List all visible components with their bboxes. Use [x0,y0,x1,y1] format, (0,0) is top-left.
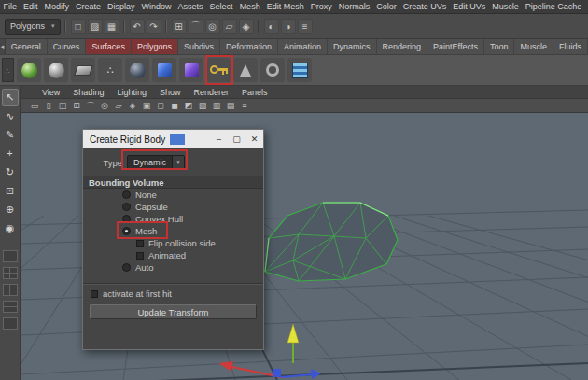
mesh-object[interactable] [265,203,398,281]
shaded-icon[interactable]: ◻ [154,100,167,111]
radio-capsule[interactable]: Capsule [83,201,263,213]
frame-all-icon[interactable]: ◈ [126,100,139,111]
shelf-tab-general[interactable]: General [6,39,48,54]
lights-icon[interactable]: ◩ [182,100,195,111]
menu-create[interactable]: Create [73,2,105,11]
shelf-tab-painteffects[interactable]: PaintEffects [427,39,484,54]
textured-icon[interactable]: ◼ [168,100,181,111]
shelf-tab-deformation[interactable]: Deformation [220,39,278,54]
safe-title-icon[interactable]: ▱ [112,100,125,111]
paint-sphere-icon[interactable] [17,58,41,82]
radio-none[interactable]: None [83,189,263,201]
menu-set-dropdown[interactable]: Polygons ▾ [5,19,61,35]
menu-edit-mesh[interactable]: Edit Mesh [263,2,307,11]
select-tool[interactable]: ↖ [2,89,19,106]
shaded-sphere-icon[interactable] [125,58,149,82]
menu-file[interactable]: File [0,2,21,11]
torus-icon[interactable] [260,58,285,82]
nurbs-plane-icon[interactable] [71,58,95,82]
menu-select[interactable]: Select [206,2,236,11]
wireframe-icon[interactable]: ▣ [140,100,153,111]
shadows-icon[interactable]: ▧ [196,100,209,111]
shelf-tab-muscle[interactable]: Muscle [514,39,553,54]
checkbox-activate-at-first-hit[interactable]: activate at first hit [83,288,263,300]
menu-window[interactable]: Window [138,2,175,11]
menu-assets[interactable]: Assets [175,2,206,11]
menu-modify[interactable]: Modify [41,2,73,11]
radio-mesh[interactable]: Mesh [83,225,263,237]
move-tool[interactable]: + [2,145,19,162]
poly-cube-purple-icon[interactable] [179,58,203,82]
safe-action-icon[interactable]: ◎ [98,100,111,111]
lasso-tool[interactable]: ∿ [2,107,19,124]
ao-icon[interactable]: ▥ [210,100,223,111]
snap-grid-icon[interactable]: ⊞ [172,19,187,34]
universal-manipulator-tool[interactable]: ⊕ [2,201,19,218]
poly-cube-blue-icon[interactable] [152,58,176,82]
render-icon[interactable]: ◐ [264,19,279,34]
field-chart-icon[interactable]: ⌒ [84,100,97,111]
resolution-gate-icon[interactable]: ◫ [56,100,69,111]
menu-display[interactable]: Display [105,2,139,11]
gate-mask-icon[interactable]: ⊞ [70,100,83,111]
shelf-tab-toon[interactable]: Toon [484,39,515,54]
panel-menu-view[interactable]: View [35,88,66,97]
soft-mod-tool[interactable]: ◉ [2,219,19,236]
shelf-tab-fluids[interactable]: Fluids [553,39,588,54]
scale-tool[interactable]: ⊡ [2,182,19,199]
snap-plane-icon[interactable]: ▱ [222,19,237,34]
maximize-icon[interactable]: ▢ [228,130,245,148]
fluid-container-icon[interactable] [287,58,312,82]
render-settings-icon[interactable]: ≡ [298,19,313,34]
shelf-tab-subdivs[interactable]: Subdivs [178,39,220,54]
layout-two-side-button[interactable] [3,284,18,296]
shelf-tab-rendering[interactable]: Rendering [377,39,428,54]
shelf-tab-curves[interactable]: Curves [48,39,87,54]
redo-icon[interactable]: ↷ [147,19,161,34]
ipr-render-icon[interactable]: ◑ [281,19,296,34]
panel-menu-shading[interactable]: Shading [66,88,110,97]
scene-open-icon[interactable]: ▨ [88,19,103,34]
panel-menu-panels[interactable]: Panels [235,88,274,97]
rigid-body-key-icon[interactable] [206,58,231,82]
checkbox-flip-collision-side[interactable]: Flip collision side [83,237,263,249]
layout-two-stacked-button[interactable] [3,301,18,313]
isolate-icon[interactable]: ≡ [238,100,251,111]
layout-single-button[interactable] [3,250,18,262]
shelf-tab-dynamics[interactable]: Dynamics [328,39,377,54]
menu-edit-uvs[interactable]: Edit UVs [450,2,489,11]
minimize-icon[interactable]: – [210,130,228,148]
panel-menu-renderer[interactable]: Renderer [187,88,235,97]
shelf-tab-surfaces[interactable]: Surfaces [86,39,132,54]
panel-menu-lighting[interactable]: Lighting [110,88,153,97]
shelf-options-icon[interactable]: ∴ [2,58,14,82]
menu-edit[interactable]: Edit [21,2,42,11]
motion-blur-icon[interactable]: ▤ [224,100,237,111]
radio-auto[interactable]: Auto [83,261,263,274]
type-dropdown[interactable]: Dynamic ▼ [127,155,185,170]
menu-proxy[interactable]: Proxy [307,2,335,11]
shelf-tab-animation[interactable]: Animation [278,39,328,54]
camera-icon[interactable]: ▭ [28,100,41,111]
menu-create-uvs[interactable]: Create UVs [399,2,450,11]
layout-outliner-button[interactable] [3,317,18,330]
film-gate-icon[interactable]: ▯ [42,100,55,111]
menu-muscle[interactable]: Muscle [489,2,523,11]
menu-normals[interactable]: Normals [335,2,373,11]
particles-icon[interactable]: ∴ [98,58,122,82]
close-icon[interactable]: ✕ [245,130,263,148]
snap-center-icon[interactable]: ◈ [239,19,254,34]
checkbox-animated[interactable]: Animated [83,249,263,261]
bounding-volume-header[interactable]: Bounding Volume [83,176,263,189]
paint-select-tool[interactable]: ✎ [2,126,19,143]
dialog-titlebar[interactable]: Create Rigid Body – ▢ ✕ [83,130,263,148]
panel-menu-show[interactable]: Show [153,88,188,97]
layout-four-pane-button[interactable] [3,267,18,279]
menu-color[interactable]: Color [373,2,400,11]
nurbs-sphere-icon[interactable] [44,58,68,82]
snap-curve-icon[interactable]: ⌒ [189,19,203,34]
shelf-tab-polygons[interactable]: Polygons [132,39,178,54]
menu-pipeline-cache[interactable]: Pipeline Cache [522,2,585,11]
scene-new-icon[interactable]: □ [71,19,86,34]
snap-point-icon[interactable]: ◎ [205,19,220,34]
